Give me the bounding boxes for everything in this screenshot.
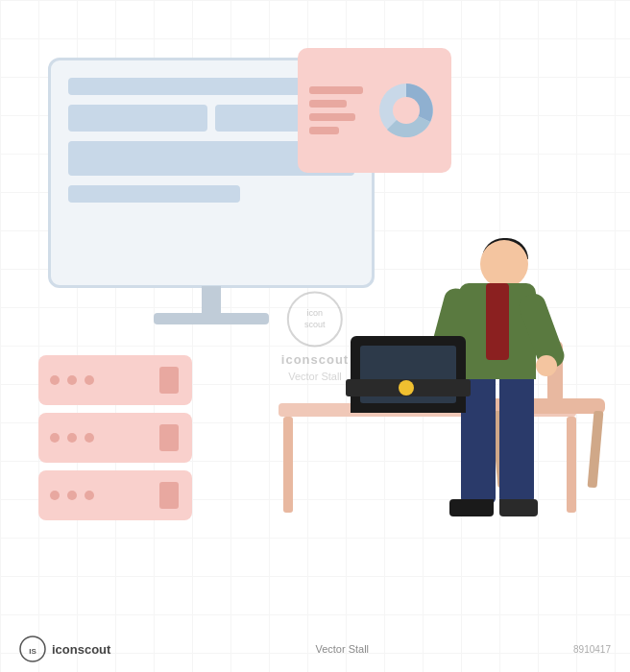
- server-indicator-2: [159, 424, 179, 451]
- bottom-bar: IS iconscout Vector Stall 8910417: [0, 636, 630, 662]
- person-hand-right: [536, 355, 557, 376]
- person-shoe-left: [449, 499, 494, 516]
- server-indicator-1: [159, 367, 179, 394]
- server-dot-2a: [50, 433, 60, 443]
- desk-leg-right: [567, 417, 576, 513]
- chart-line-1: [309, 86, 363, 94]
- asset-id: 8910417: [573, 644, 611, 655]
- person-shirt-center: [486, 283, 509, 360]
- bottom-logo-text: iconscout: [52, 642, 110, 657]
- person-leg-left: [461, 379, 496, 504]
- server-dot-3b: [67, 491, 77, 500]
- server-dot-1a: [50, 375, 60, 385]
- bottom-logo-svg: IS: [19, 636, 46, 662]
- server-unit-1: [38, 355, 192, 405]
- server-unit-2: [38, 413, 192, 463]
- chart-line-4: [309, 127, 339, 134]
- server-indicator-3: [159, 482, 179, 509]
- person-leg-right: [499, 379, 534, 504]
- chart-line-2: [309, 100, 347, 108]
- monitor-row-short: [68, 185, 240, 203]
- person-head: [480, 240, 528, 288]
- laptop-sticker: [399, 380, 414, 396]
- desk-leg-left: [283, 417, 293, 513]
- pie-chart-svg: [373, 77, 440, 144]
- server-dot-3a: [50, 491, 60, 500]
- server-dot-2c: [85, 433, 94, 443]
- illustration-scene: icon scout iconscout Vector Stall IS ico…: [0, 0, 630, 672]
- server-dot-3c: [85, 491, 94, 500]
- bottom-right-text: Vector Stall: [315, 643, 369, 655]
- monitor-stand-neck: [202, 286, 221, 315]
- pie-chart: [373, 77, 440, 144]
- laptop-screen: [351, 336, 466, 413]
- server-dot-1c: [85, 375, 94, 385]
- bottom-logo: IS iconscout: [19, 636, 110, 662]
- server-dot-1b: [67, 375, 77, 385]
- monitor-stand-base: [154, 313, 269, 324]
- server-dot-2b: [67, 433, 77, 443]
- chart-lines: [309, 60, 363, 161]
- svg-point-1: [393, 97, 420, 124]
- svg-text:IS: IS: [29, 647, 36, 656]
- person-shoe-right: [499, 499, 538, 516]
- server-unit-3: [38, 470, 192, 520]
- chart-card: [298, 48, 451, 173]
- chart-line-3: [309, 113, 355, 121]
- monitor-cell-1: [68, 105, 207, 132]
